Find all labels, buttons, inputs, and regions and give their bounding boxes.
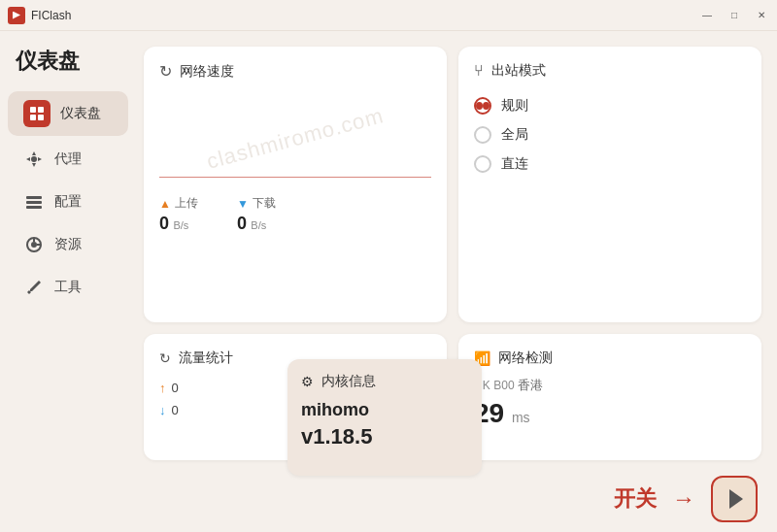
svg-rect-2 bbox=[30, 115, 36, 120]
download-arrow-icon: ▼ bbox=[237, 197, 249, 211]
outbound-card: ⑂ 出站模式 规则 全局 直连 bbox=[458, 47, 761, 322]
app-title: FIClash bbox=[31, 9, 71, 22]
resources-icon bbox=[23, 234, 45, 255]
radio-rules[interactable]: 规则 bbox=[474, 91, 746, 120]
sidebar-resources-label: 资源 bbox=[54, 236, 82, 253]
sidebar-item-tools[interactable]: 工具 bbox=[8, 268, 128, 307]
tools-icon bbox=[23, 277, 45, 298]
sidebar-proxy-label: 代理 bbox=[54, 150, 82, 168]
svg-point-9 bbox=[31, 242, 37, 248]
network-detect-card: 📶 网络检测 HK B00 香港 29 ms bbox=[458, 334, 761, 460]
kernel-info-card: ⚙ 内核信息 mihomo v1.18.5 bbox=[287, 359, 482, 476]
titlebar: FIClash — □ ✕ bbox=[0, 0, 777, 31]
svg-rect-0 bbox=[30, 107, 36, 113]
download-label: ▼ 下载 bbox=[237, 195, 276, 212]
sidebar-item-resources[interactable]: 资源 bbox=[8, 225, 128, 264]
page-title: 仪表盘 bbox=[0, 47, 136, 87]
download-stat: ▼ 下载 0 B/s bbox=[237, 195, 276, 234]
sidebar-dashboard-label: 仪表盘 bbox=[60, 105, 101, 122]
traffic-upload-arrow-icon: ↑ bbox=[159, 381, 166, 395]
chart-line bbox=[159, 177, 431, 178]
maximize-button[interactable]: □ bbox=[726, 8, 742, 23]
radio-direct-indicator bbox=[474, 155, 491, 173]
dashboard-icon bbox=[23, 100, 51, 127]
sidebar-config-label: 配置 bbox=[54, 193, 82, 211]
traffic-upload-label: ↑ 0 bbox=[159, 381, 179, 395]
kernel-version: v1.18.5 bbox=[301, 424, 468, 449]
network-speed-title: ↻ 网络速度 bbox=[159, 62, 431, 81]
titlebar-controls: — □ ✕ bbox=[699, 8, 769, 23]
close-button[interactable]: ✕ bbox=[754, 8, 769, 23]
traffic-icon: ↻ bbox=[159, 350, 171, 366]
config-icon bbox=[23, 191, 45, 213]
sidebar-item-dashboard[interactable]: 仪表盘 bbox=[8, 91, 128, 136]
svg-rect-6 bbox=[26, 201, 42, 204]
svg-rect-3 bbox=[38, 115, 44, 120]
upload-stat: ▲ 上传 0 B/s bbox=[159, 195, 198, 234]
sidebar-item-proxy[interactable]: 代理 bbox=[8, 140, 128, 179]
titlebar-left: FIClash bbox=[8, 7, 71, 24]
outbound-icon: ⑂ bbox=[474, 62, 484, 80]
toggle-arrow-icon: → bbox=[672, 485, 695, 513]
kernel-name: mihomo bbox=[301, 400, 468, 420]
svg-rect-1 bbox=[38, 107, 44, 113]
app-icon bbox=[8, 7, 25, 24]
radio-global-indicator bbox=[474, 126, 491, 144]
network-speed-icon: ↻ bbox=[159, 62, 172, 81]
toggle-area: 开关 → bbox=[614, 476, 758, 522]
svg-point-4 bbox=[31, 156, 37, 162]
minimize-button[interactable]: — bbox=[699, 8, 715, 23]
svg-rect-7 bbox=[26, 206, 42, 209]
sidebar-item-config[interactable]: 配置 bbox=[8, 183, 128, 221]
kernel-info-title: ⚙ 内核信息 bbox=[301, 373, 468, 390]
watermark: clashmiromo.com bbox=[204, 103, 387, 175]
detect-latency: 29 ms bbox=[474, 398, 746, 429]
traffic-download-label: ↓ 0 bbox=[159, 403, 179, 417]
network-detect-title: 📶 网络检测 bbox=[474, 349, 746, 367]
outbound-title: ⑂ 出站模式 bbox=[474, 62, 746, 80]
speed-chart: clashmiromo.com bbox=[159, 90, 431, 187]
sidebar-tools-label: 工具 bbox=[54, 279, 82, 296]
sidebar: 仪表盘 仪表盘 bbox=[0, 31, 136, 532]
proxy-icon bbox=[23, 149, 45, 170]
kernel-icon: ⚙ bbox=[301, 374, 314, 389]
toggle-button[interactable] bbox=[711, 476, 758, 522]
svg-rect-5 bbox=[26, 196, 42, 199]
radio-global[interactable]: 全局 bbox=[474, 120, 746, 150]
network-speed-card: ↻ 网络速度 clashmiromo.com ▲ 上传 0 B/s bbox=[144, 47, 447, 322]
play-icon bbox=[729, 489, 743, 509]
speed-stats: ▲ 上传 0 B/s ▼ 下载 0 B/s bbox=[159, 195, 431, 234]
radio-rules-indicator bbox=[474, 97, 491, 115]
upload-value-row: 0 B/s bbox=[159, 214, 198, 234]
upload-arrow-icon: ▲ bbox=[159, 197, 171, 211]
toggle-label: 开关 bbox=[614, 484, 657, 514]
detect-location: HK B00 香港 bbox=[474, 377, 746, 394]
traffic-download-arrow-icon: ↓ bbox=[159, 403, 166, 417]
radio-direct[interactable]: 直连 bbox=[474, 150, 746, 179]
download-value-row: 0 B/s bbox=[237, 214, 276, 234]
upload-label: ▲ 上传 bbox=[159, 195, 198, 212]
